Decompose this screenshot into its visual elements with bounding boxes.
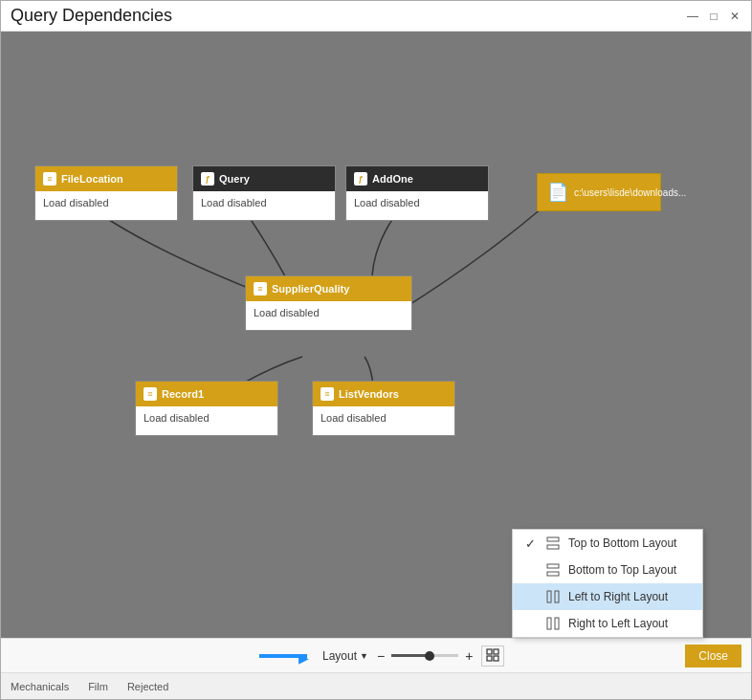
layout-bottom-top[interactable]: Bottom to Top Layout	[513, 557, 702, 583]
svg-rect-2	[487, 656, 492, 661]
svg-rect-7	[547, 572, 559, 576]
node-file-ref[interactable]: 📄 c:\users\lisde\downloads...	[537, 173, 661, 211]
title-bar: Query Dependencies — □ ✕	[1, 1, 751, 32]
zoom-in-button[interactable]: +	[462, 648, 476, 664]
svg-rect-0	[487, 649, 492, 654]
svg-rect-5	[547, 545, 559, 549]
checkmark-bottom-top	[522, 562, 538, 578]
svg-rect-4	[547, 537, 559, 541]
close-window-button[interactable]: ✕	[728, 10, 741, 23]
checkmark-right-left	[522, 616, 538, 631]
tab-mechanicals[interactable]: Mechanicals	[11, 681, 69, 692]
node-supplier-quality-header: ≡ SupplierQuality	[246, 276, 411, 301]
close-button[interactable]: Close	[685, 645, 741, 667]
svg-rect-1	[494, 649, 498, 654]
svg-rect-11	[555, 618, 559, 629]
layout-icon-top-bottom	[545, 536, 561, 551]
list-vendors-icon: ≡	[321, 387, 334, 401]
node-record1[interactable]: ≡ Record1 Load disabled	[135, 381, 278, 436]
supplier-quality-icon: ≡	[254, 282, 267, 295]
zoom-controls: − +	[374, 648, 476, 664]
maximize-button[interactable]: □	[707, 10, 720, 23]
node-list-vendors-body: Load disabled	[313, 406, 454, 435]
fit-icon	[486, 648, 499, 662]
query-icon: ƒ	[201, 172, 214, 186]
node-file-location-header: ≡ FileLocation	[35, 166, 177, 191]
node-add-one[interactable]: ƒ AddOne Load disabled	[345, 165, 489, 221]
node-add-one-body: Load disabled	[346, 191, 488, 220]
tab-rejected[interactable]: Rejected	[127, 681, 168, 692]
dropdown-arrow-icon: ▼	[360, 651, 368, 661]
zoom-slider-fill	[391, 654, 429, 657]
node-list-vendors[interactable]: ≡ ListVendors Load disabled	[312, 381, 455, 436]
bottom-tabs: Mechanicals Film Rejected	[1, 672, 751, 699]
layout-left-right[interactable]: Left to Right Layout	[513, 583, 702, 610]
label-bottom-top: Bottom to Top Layout	[568, 563, 676, 577]
layout-dropdown-menu: ✓ Top to Bottom Layout Bottom	[512, 529, 703, 638]
arrow-head: ▶	[299, 650, 309, 666]
node-add-one-header: ƒ AddOne	[346, 166, 488, 191]
svg-rect-3	[494, 656, 498, 661]
layout-icon-left-right	[545, 589, 561, 604]
checkmark-top-bottom: ✓	[522, 536, 538, 551]
window-title: Query Dependencies	[11, 6, 172, 26]
bottom-toolbar: ▶ Layout ▼ − + Close	[1, 638, 751, 672]
arrow-indicator: ▶	[259, 654, 307, 658]
label-left-right: Left to Right Layout	[568, 590, 668, 603]
layout-right-left[interactable]: Right to Left Layout	[513, 610, 702, 637]
zoom-out-button[interactable]: −	[374, 648, 387, 664]
label-right-left: Right to Left Layout	[568, 617, 668, 630]
file-location-icon: ≡	[43, 172, 56, 186]
layout-dropdown-button[interactable]: Layout ▼	[322, 649, 368, 663]
window-controls: — □ ✕	[686, 10, 741, 23]
node-supplier-quality[interactable]: ≡ SupplierQuality Load disabled	[245, 275, 412, 331]
record1-icon: ≡	[144, 387, 157, 401]
node-record1-header: ≡ Record1	[136, 382, 277, 406]
layout-icon-right-left	[545, 616, 561, 631]
file-icon: 📄	[547, 182, 568, 203]
svg-rect-9	[555, 591, 559, 602]
svg-rect-10	[547, 618, 551, 629]
svg-rect-6	[547, 564, 559, 568]
layout-top-bottom[interactable]: ✓ Top to Bottom Layout	[513, 530, 702, 557]
label-top-bottom: Top to Bottom Layout	[568, 536, 676, 550]
layout-icon-bottom-top	[545, 562, 561, 578]
node-query-body: Load disabled	[193, 191, 335, 220]
minimize-button[interactable]: —	[686, 10, 699, 23]
fit-button[interactable]	[481, 645, 504, 667]
checkmark-left-right	[522, 589, 538, 604]
zoom-slider[interactable]	[391, 654, 458, 657]
tab-film[interactable]: Film	[88, 681, 108, 692]
layout-label: Layout	[322, 649, 357, 663]
node-supplier-quality-body: Load disabled	[246, 301, 411, 330]
node-query[interactable]: ƒ Query Load disabled	[192, 165, 336, 221]
node-list-vendors-header: ≡ ListVendors	[313, 382, 454, 406]
zoom-thumb	[425, 651, 434, 661]
node-file-location-body: Load disabled	[35, 191, 177, 220]
add-one-icon: ƒ	[354, 172, 367, 186]
svg-rect-8	[547, 591, 551, 602]
main-window: Query Dependencies — □ ✕	[0, 0, 752, 700]
node-record1-body: Load disabled	[136, 406, 277, 435]
node-query-header: ƒ Query	[193, 166, 335, 191]
node-file-location[interactable]: ≡ FileLocation Load disabled	[34, 165, 178, 221]
